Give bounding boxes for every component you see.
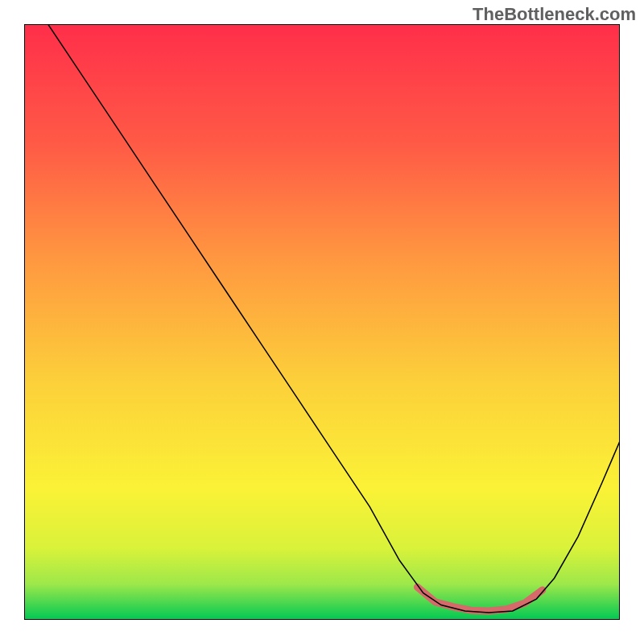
- chart-svg: [24, 24, 620, 620]
- watermark-text: TheBottleneck.com: [473, 4, 636, 25]
- chart-background: [24, 24, 620, 620]
- chart-container: [24, 24, 620, 620]
